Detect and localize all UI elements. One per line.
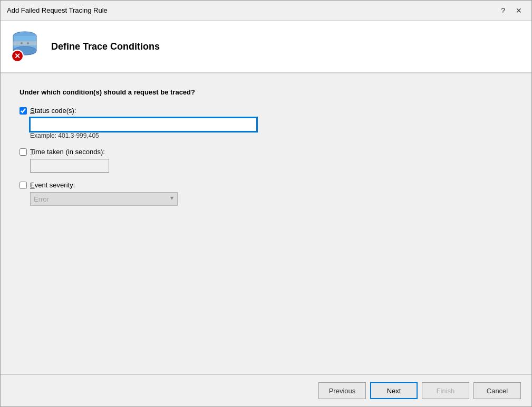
section-question: Under which condition(s) should a reques… [20, 88, 512, 96]
event-severity-checkbox[interactable] [20, 182, 27, 189]
time-taken-input[interactable] [30, 159, 109, 173]
event-severity-select-wrapper: Error Warning CriticalError Information … [30, 192, 178, 206]
content-area: Under which condition(s) should a reques… [1, 73, 531, 374]
event-severity-label: Event severity: [30, 181, 75, 189]
status-codes-row: Status code(s): 400-999 Example: 401.3-9… [20, 107, 512, 139]
help-button[interactable]: ? [498, 5, 508, 16]
header-section: ✕ Define Trace Conditions [1, 21, 531, 73]
status-codes-hint: Example: 401.3-999,405 [30, 132, 99, 139]
next-button[interactable]: Next [370, 382, 418, 399]
svg-point-5 [27, 42, 29, 44]
title-bar-controls: ? ✕ [498, 5, 525, 16]
header-title: Define Trace Conditions [51, 41, 160, 52]
dialog-window: Add Failed Request Tracing Rule ? ✕ ✕ [0, 0, 532, 407]
status-codes-checkbox-label[interactable]: Status code(s): [20, 107, 512, 115]
time-taken-row: Time taken (in seconds): [20, 148, 512, 173]
header-icon: ✕ [11, 31, 43, 62]
error-badge-icon: ✕ [11, 50, 24, 62]
previous-button[interactable]: Previous [318, 382, 366, 399]
title-bar: Add Failed Request Tracing Rule ? ✕ [1, 1, 531, 21]
window-title: Add Failed Request Tracing Rule [7, 6, 108, 14]
status-codes-label: Status code(s): [30, 107, 76, 115]
footer: Previous Next Finish Cancel [1, 374, 531, 406]
time-taken-label: Time taken (in seconds): [30, 148, 105, 156]
svg-rect-3 [13, 41, 36, 45]
status-codes-input[interactable]: 400-999 [30, 118, 257, 131]
close-button[interactable]: ✕ [512, 5, 525, 16]
status-codes-checkbox[interactable] [20, 107, 27, 115]
cancel-button[interactable]: Cancel [473, 382, 521, 399]
event-severity-select[interactable]: Error Warning CriticalError Information … [30, 192, 178, 206]
event-severity-row: Event severity: Error Warning CriticalEr… [20, 181, 512, 206]
svg-point-4 [21, 42, 23, 44]
time-taken-checkbox-label[interactable]: Time taken (in seconds): [20, 148, 512, 156]
time-taken-checkbox[interactable] [20, 148, 27, 156]
finish-button[interactable]: Finish [422, 382, 469, 399]
event-severity-checkbox-label[interactable]: Event severity: [20, 181, 512, 189]
